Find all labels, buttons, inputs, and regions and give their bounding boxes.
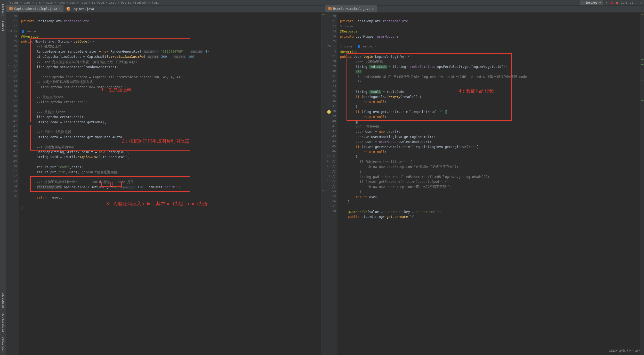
left-pane: CaptchaServiceImpl.java× LoginVo.java 20… — [6, 6, 325, 355]
class-icon — [9, 7, 13, 10]
git-label: Git: — [621, 1, 627, 4]
right-stripe — [640, 13, 644, 355]
warn-marker[interactable] — [322, 14, 325, 14]
close-icon[interactable]: × — [59, 7, 60, 11]
chg-marker[interactable] — [641, 100, 643, 101]
git-push-icon[interactable]: ↗ — [640, 1, 642, 4]
stop-icon[interactable]: ■ — [616, 1, 618, 4]
bookmarks-tool[interactable]: Bookmarks — [1, 290, 5, 311]
close-icon[interactable]: × — [372, 7, 374, 11]
class-icon — [328, 7, 332, 10]
tool-sidebar: Project Commit Bookmarks Persistence Str… — [0, 0, 6, 355]
commit-tool[interactable]: Commit — [1, 18, 5, 34]
right-gutter: 20 21222324 2526 O↑ @2728293031323334353… — [325, 13, 337, 355]
root: Project Commit Bookmarks Persistence Str… — [0, 0, 644, 355]
warn-marker[interactable] — [641, 14, 643, 14]
right-tabs: UserServiceImpl.java× — [325, 6, 644, 13]
tab-captcha[interactable]: CaptchaServiceImpl.java× — [6, 5, 63, 12]
label-2: 2：根据验证码生成图片到浏览器 — [122, 139, 189, 144]
breadcrumb[interactable]: fresh3 > user > src > main > java > com … — [8, 1, 160, 4]
structure-tool[interactable]: Structure — [1, 334, 5, 355]
persistence-tool[interactable]: Persistence — [1, 311, 5, 335]
label-4: 4：验证码的校验 — [459, 89, 494, 94]
chg-marker[interactable] — [641, 80, 643, 80]
right-pane: UserServiceImpl.java× 20 21222324 2526 O… — [325, 6, 644, 355]
right-code[interactable]: private RedisTemplate redisTemplate; 3 u… — [337, 13, 640, 355]
topbar-right: ⟨ ShopApp ▾ ▶ 🐞 ■ Git: ⎇ ✓ ↗ — [580, 1, 642, 5]
chg-marker[interactable] — [641, 59, 643, 60]
tab-userservice[interactable]: UserServiceImpl.java× — [325, 5, 377, 12]
main: fresh3 > user > src > main > java > com … — [6, 0, 644, 355]
topbar: fresh3 > user > src > main > java > com … — [6, 0, 644, 6]
run-config[interactable]: ⟨ ShopApp ▾ — [580, 1, 603, 5]
run-icon[interactable]: ▶ — [606, 1, 608, 4]
watermark: CSDN @曦月不可及? — [609, 348, 640, 353]
ok-marker[interactable] — [322, 191, 325, 191]
left-gutter: 20 2122 23 O↑24252627282930 //3132 //333… — [6, 13, 19, 355]
split: CaptchaServiceImpl.java× LoginVo.java 20… — [6, 6, 644, 355]
git-branch-icon[interactable]: ⎇ — [630, 1, 633, 4]
project-tool[interactable]: Project — [1, 1, 5, 18]
class-icon — [67, 7, 70, 11]
left-stripe — [321, 13, 325, 355]
right-editor[interactable]: 20 21222324 2526 O↑ @2728293031323334353… — [325, 13, 644, 355]
left-code[interactable]: private RedisTemplate redisTemplate; 👤 a… — [19, 13, 321, 355]
left-editor[interactable]: 20 2122 23 O↑24252627282930 //3132 //333… — [6, 13, 325, 355]
git-update-icon[interactable]: ✓ — [636, 1, 638, 4]
box-3 — [30, 176, 190, 192]
bulb-icon[interactable] — [327, 110, 331, 115]
label-3: 3：将验证码存入redis；其中uuid为键；code为值 — [106, 201, 207, 206]
chg-marker[interactable] — [641, 64, 643, 65]
tab-loginvo[interactable]: LoginVo.java — [63, 5, 97, 12]
left-tabs: CaptchaServiceImpl.java× LoginVo.java — [6, 6, 325, 13]
debug-icon[interactable]: 🐞 — [610, 1, 614, 4]
